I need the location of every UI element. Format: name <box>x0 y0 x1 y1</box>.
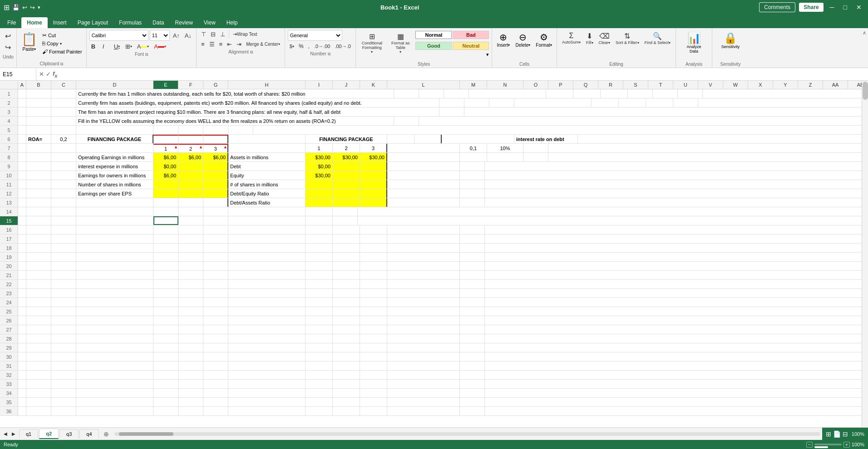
zoom-slider[interactable] <box>814 444 842 445</box>
cell-G1[interactable] <box>444 89 469 98</box>
cell-D28[interactable] <box>76 334 153 343</box>
cell-M17[interactable] <box>460 234 485 243</box>
cell-N1[interactable] <box>678 89 703 98</box>
cell-E23[interactable] <box>153 289 178 298</box>
cell-D2[interactable]: Currently firm has assets (buidings, equ… <box>76 98 439 107</box>
cell-H18[interactable] <box>228 244 306 252</box>
cell-H29[interactable] <box>228 343 306 352</box>
cell-styles-more[interactable]: ▾ <box>415 52 489 58</box>
row-number-28[interactable]: 28 <box>0 334 18 343</box>
cell-J32[interactable] <box>333 371 360 379</box>
formula-input[interactable] <box>60 71 868 78</box>
cell-A3[interactable] <box>18 107 26 116</box>
row-number-25[interactable]: 25 <box>0 307 18 316</box>
cell-F35[interactable] <box>178 398 203 406</box>
cell-H23[interactable] <box>228 289 306 298</box>
cell-F21[interactable] <box>178 271 203 279</box>
cell-F20[interactable] <box>178 262 203 270</box>
col-header-O[interactable]: O <box>523 81 548 89</box>
format-as-table-button[interactable]: ▦ Format asTable ▾ <box>388 30 413 56</box>
sheet-tab-q1[interactable]: q1 <box>19 429 38 439</box>
cell-F25[interactable] <box>178 307 203 316</box>
col-header-C[interactable]: C <box>51 81 76 89</box>
decrease-font-button[interactable]: A↓ <box>183 30 193 41</box>
cell-F17[interactable] <box>178 234 203 243</box>
cell-I33[interactable] <box>306 380 333 388</box>
cell-E14[interactable] <box>153 207 178 216</box>
cell-O11[interactable] <box>460 180 485 189</box>
cell-G26[interactable] <box>203 316 228 325</box>
cell-K34[interactable] <box>360 389 387 397</box>
cell-D27[interactable] <box>76 325 153 334</box>
font-family-select[interactable]: Calibri Arial Times New Roman <box>89 30 148 41</box>
cell-G11[interactable] <box>203 180 228 189</box>
cell-G29[interactable] <box>203 343 228 352</box>
cell-L35[interactable] <box>387 398 460 406</box>
cell-H1[interactable] <box>469 89 546 98</box>
cell-I14[interactable] <box>306 207 333 216</box>
cell-B30[interactable] <box>26 352 51 361</box>
cell-B15[interactable] <box>26 216 51 225</box>
cell-K16[interactable] <box>360 225 387 234</box>
cell-C20[interactable] <box>51 262 76 270</box>
cell-M19[interactable] <box>460 253 485 261</box>
cell-I8[interactable]: $30,00 <box>306 153 333 161</box>
cell-A13[interactable] <box>18 198 26 207</box>
number-format-select[interactable]: General Number Currency Percentage <box>288 30 342 41</box>
cell-E35[interactable] <box>153 398 178 406</box>
scroll-sheets-right[interactable]: ▶ <box>10 430 17 437</box>
cell-M25[interactable] <box>460 307 485 316</box>
cell-F27[interactable] <box>178 325 203 334</box>
cell-H20[interactable] <box>228 262 306 270</box>
cell-M16[interactable] <box>460 225 485 234</box>
cell-F29[interactable] <box>178 343 203 352</box>
sheet-tab-q4[interactable]: q4 <box>79 429 99 439</box>
cell-C2[interactable] <box>51 98 76 107</box>
sheet-tab-q2[interactable]: q2 <box>39 429 59 439</box>
align-bottom-button[interactable]: ⊥ <box>218 30 227 39</box>
tab-view[interactable]: View <box>198 17 221 28</box>
cell-G17[interactable] <box>203 234 228 243</box>
cell-C30[interactable] <box>51 352 76 361</box>
cell-C36[interactable] <box>51 407 76 415</box>
cell-G25[interactable] <box>203 307 228 316</box>
row-number-5[interactable]: 5 <box>0 126 18 134</box>
cell-A23[interactable] <box>18 289 26 298</box>
normal-view-button[interactable]: ⊞ <box>826 430 831 438</box>
cell-K9[interactable] <box>360 162 387 171</box>
tab-home[interactable]: Home <box>21 17 47 28</box>
cell-L36[interactable] <box>387 407 460 415</box>
cell-K2[interactable] <box>646 98 673 107</box>
cell-A25[interactable] <box>18 307 26 316</box>
cell-I7[interactable]: 1 <box>306 144 333 152</box>
cell-H28[interactable] <box>228 334 306 343</box>
vertical-scrollbar-thumb[interactable] <box>863 82 868 100</box>
cell-E1[interactable] <box>394 89 419 98</box>
row-number-31[interactable]: 31 <box>0 361 18 370</box>
cell-H24[interactable] <box>228 298 306 307</box>
row-number-12[interactable]: 12 <box>0 189 18 198</box>
cell-D12[interactable]: Earnings per share EPS <box>76 189 153 198</box>
cell-E33[interactable] <box>153 380 178 388</box>
cell-A21[interactable] <box>18 271 26 279</box>
cell-E27[interactable] <box>153 325 178 334</box>
cell-I36[interactable] <box>306 407 333 415</box>
row-number-8[interactable]: 8 <box>0 153 18 161</box>
cell-F8[interactable]: $6,00 <box>178 153 203 161</box>
cell-C21[interactable] <box>51 271 76 279</box>
cell-C14[interactable] <box>51 207 76 216</box>
cell-B17[interactable] <box>26 234 51 243</box>
col-header-M[interactable]: M <box>460 81 487 89</box>
cell-D5[interactable] <box>76 126 153 134</box>
cell-H13[interactable]: Debt/Assets Ratio <box>228 198 306 207</box>
row-number-34[interactable]: 34 <box>0 389 18 397</box>
col-header-V[interactable]: V <box>698 81 723 89</box>
cell-D7[interactable] <box>76 144 153 152</box>
cell-J31[interactable] <box>333 361 360 370</box>
cell-D16[interactable] <box>76 225 153 234</box>
cell-M29[interactable] <box>460 343 485 352</box>
cell-G14[interactable] <box>203 207 228 216</box>
add-sheet-button[interactable]: ⊕ <box>100 429 113 439</box>
col-header-Y[interactable]: Y <box>773 81 798 89</box>
cell-I29[interactable] <box>306 343 333 352</box>
